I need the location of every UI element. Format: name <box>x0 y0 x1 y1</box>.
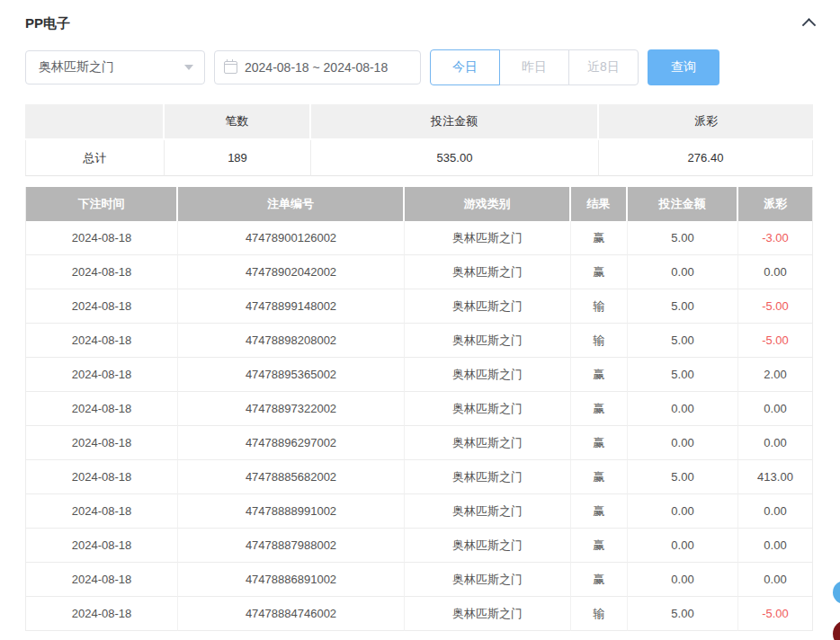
bet-time-cell: 2024-08-18 <box>26 358 178 392</box>
bet-amount-cell: 5.00 <box>628 221 738 255</box>
bet-amount-cell: 0.00 <box>628 255 738 289</box>
result-cell: 输 <box>571 597 628 631</box>
floating-action-button[interactable] <box>833 620 840 640</box>
bet-amount-cell: 5.00 <box>628 289 738 324</box>
date-range-input[interactable]: 2024-08-18 ~ 2024-08-18 <box>214 50 421 84</box>
bet-time-cell: 2024-08-18 <box>26 221 178 255</box>
bet-time-cell: 2024-08-18 <box>26 392 178 426</box>
summary-table: 笔数 投注金额 派彩 总计 189 535.00 276.40 <box>25 104 813 176</box>
chevron-up-icon <box>801 18 816 32</box>
column-header-bet-time: 下注时间 <box>26 187 178 221</box>
column-header-game-type: 游戏类别 <box>405 187 571 221</box>
bet-amount-cell: 5.00 <box>628 358 738 392</box>
payout-cell: -3.00 <box>738 221 812 255</box>
column-header-bet-number: 注单编号 <box>178 187 405 221</box>
summary-total-count: 189 <box>165 140 311 176</box>
bet-time-cell: 2024-08-18 <box>26 289 178 324</box>
bet-number-cell: 47478886891002 <box>178 563 405 597</box>
summary-header-bet-amount: 投注金额 <box>311 104 599 140</box>
bet-time-cell: 2024-08-18 <box>26 494 178 529</box>
summary-header-count: 笔数 <box>165 104 311 140</box>
bet-amount-cell: 5.00 <box>628 597 738 631</box>
bet-number-cell: 47478885682002 <box>178 460 405 494</box>
game-type-cell: 奥林匹斯之门 <box>405 597 571 631</box>
bet-number-cell: 47478902042002 <box>178 255 405 289</box>
chevron-down-icon <box>184 65 193 75</box>
column-header-result: 结果 <box>571 187 628 221</box>
table-row: 2024-08-1847478899148002奥林匹斯之门输5.00-5.00 <box>26 289 812 324</box>
payout-cell: 0.00 <box>738 392 812 426</box>
column-header-payout: 派彩 <box>738 187 812 221</box>
summary-header-payout: 派彩 <box>599 104 813 140</box>
bet-amount-cell: 0.00 <box>628 563 738 597</box>
bet-number-cell: 47478884746002 <box>178 597 405 631</box>
game-type-cell: 奥林匹斯之门 <box>405 289 571 324</box>
table-row: 2024-08-1847478900126002奥林匹斯之门赢5.00-3.00 <box>26 221 812 255</box>
result-cell: 输 <box>571 324 628 358</box>
bet-records-table: 下注时间注单编号游戏类别结果投注金额派彩 2024-08-18474789001… <box>25 187 813 631</box>
table-row: 2024-08-1847478888991002奥林匹斯之门赢0.000.00 <box>26 494 812 529</box>
floating-service-button[interactable] <box>833 581 840 604</box>
table-row: 2024-08-1847478895365002奥林匹斯之门赢5.002.00 <box>26 358 812 392</box>
payout-cell: 0.00 <box>738 255 812 289</box>
summary-total-bet-amount: 535.00 <box>311 140 599 176</box>
quick-range-button-昨日[interactable]: 昨日 <box>499 49 569 85</box>
result-cell: 赢 <box>571 221 628 255</box>
bet-number-cell: 47478887988002 <box>178 529 405 563</box>
game-type-cell: 奥林匹斯之门 <box>405 460 571 494</box>
result-cell: 赢 <box>571 392 628 426</box>
bet-amount-cell: 5.00 <box>628 324 738 358</box>
result-cell: 赢 <box>571 529 628 563</box>
game-type-cell: 奥林匹斯之门 <box>405 426 571 460</box>
summary-total-payout: 276.40 <box>599 140 813 176</box>
collapse-button[interactable] <box>799 13 818 33</box>
table-row: 2024-08-1847478884746002奥林匹斯之门输5.00-5.00 <box>26 597 812 631</box>
bet-amount-cell: 0.00 <box>628 426 738 460</box>
pp-electronics-panel: PP电子 奥林匹斯之门 2024-08-18 ~ 2024-08-18 今日昨日… <box>0 0 840 640</box>
panel-header: PP电子 <box>0 0 840 34</box>
bet-time-cell: 2024-08-18 <box>26 460 178 494</box>
table-row: 2024-08-1847478886891002奥林匹斯之门赢0.000.00 <box>26 563 812 597</box>
filter-bar: 奥林匹斯之门 2024-08-18 ~ 2024-08-18 今日昨日近8日 查… <box>0 49 840 85</box>
summary-header-row: 笔数 投注金额 派彩 <box>25 104 813 140</box>
result-cell: 赢 <box>571 494 628 529</box>
bet-time-cell: 2024-08-18 <box>26 597 178 631</box>
panel-title: PP电子 <box>25 15 70 32</box>
payout-cell: -5.00 <box>738 289 812 324</box>
bet-time-cell: 2024-08-18 <box>26 255 178 289</box>
payout-cell: -5.00 <box>738 324 812 358</box>
date-range-value: 2024-08-18 ~ 2024-08-18 <box>245 60 388 75</box>
game-select[interactable]: 奥林匹斯之门 <box>25 50 205 84</box>
payout-cell: 413.00 <box>738 460 812 494</box>
table-row: 2024-08-1847478898208002奥林匹斯之门输5.00-5.00 <box>26 324 812 358</box>
summary-total-row: 总计 189 535.00 276.40 <box>25 140 813 176</box>
bet-amount-cell: 0.00 <box>628 392 738 426</box>
payout-cell: -5.00 <box>738 597 812 631</box>
column-header-bet-amount: 投注金额 <box>628 187 738 221</box>
game-type-cell: 奥林匹斯之门 <box>405 494 571 529</box>
bet-time-cell: 2024-08-18 <box>26 324 178 358</box>
result-cell: 赢 <box>571 255 628 289</box>
result-cell: 输 <box>571 289 628 324</box>
quick-range-button-近8日[interactable]: 近8日 <box>568 49 639 85</box>
bet-number-cell: 47478888991002 <box>178 494 405 529</box>
bet-number-cell: 47478895365002 <box>178 358 405 392</box>
table-row: 2024-08-1847478897322002奥林匹斯之门赢0.000.00 <box>26 392 812 426</box>
bet-number-cell: 47478898208002 <box>178 324 405 358</box>
payout-cell: 0.00 <box>738 529 812 563</box>
game-type-cell: 奥林匹斯之门 <box>405 563 571 597</box>
payout-cell: 2.00 <box>738 358 812 392</box>
game-type-cell: 奥林匹斯之门 <box>405 221 571 255</box>
bet-number-cell: 47478900126002 <box>178 221 405 255</box>
table-row: 2024-08-1847478887988002奥林匹斯之门赢0.000.00 <box>26 529 812 563</box>
result-cell: 赢 <box>571 358 628 392</box>
query-button[interactable]: 查询 <box>648 49 719 85</box>
game-type-cell: 奥林匹斯之门 <box>405 529 571 563</box>
game-type-cell: 奥林匹斯之门 <box>405 392 571 426</box>
bet-time-cell: 2024-08-18 <box>26 563 178 597</box>
quick-range-button-今日[interactable]: 今日 <box>430 49 500 85</box>
result-cell: 赢 <box>571 563 628 597</box>
bet-number-cell: 47478897322002 <box>178 392 405 426</box>
payout-cell: 0.00 <box>738 494 812 529</box>
result-cell: 赢 <box>571 460 628 494</box>
